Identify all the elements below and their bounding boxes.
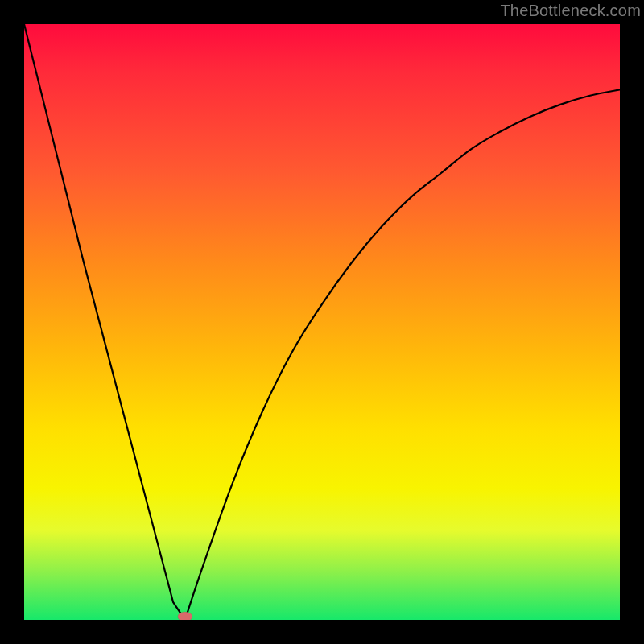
curve-right-branch bbox=[185, 89, 620, 620]
attribution-text: TheBottleneck.com bbox=[500, 2, 641, 20]
plot-area bbox=[24, 24, 620, 620]
curve-left-branch bbox=[24, 24, 185, 620]
chart-frame: TheBottleneck.com bbox=[0, 0, 644, 644]
minimum-marker bbox=[178, 612, 192, 620]
plot-svg bbox=[24, 24, 620, 620]
